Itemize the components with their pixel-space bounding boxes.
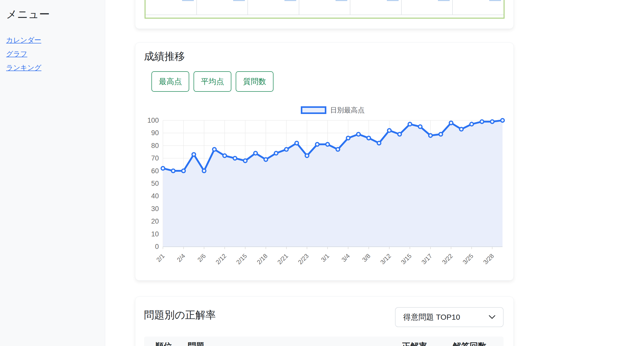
data-point-marker (182, 169, 185, 173)
data-point-marker (233, 156, 237, 160)
x-axis-tick-label: 3/12 (379, 252, 392, 266)
x-axis-tick-label: 2/4 (175, 252, 186, 263)
column-header-answer-count: 解答回数 (453, 341, 486, 346)
x-axis-tick-label: 3/8 (361, 252, 372, 263)
y-axis-tick-label: 30 (151, 205, 159, 213)
data-point-marker (470, 122, 473, 126)
score-chart: 10090807060504030201002/12/42/62/122/152… (135, 113, 514, 279)
x-axis-tick-label: 3/4 (340, 252, 351, 263)
data-point-marker (449, 121, 453, 125)
data-point-marker (460, 128, 463, 131)
chevron-down-icon (489, 315, 495, 319)
calendar-cell-link-fragment[interactable] (336, 0, 347, 1)
calendar-cell (299, 0, 351, 15)
data-point-marker (161, 167, 165, 170)
y-axis-tick-label: 90 (151, 129, 159, 137)
calendar-cell (402, 0, 453, 15)
column-header-rank: 順位 (155, 341, 172, 346)
calendar-cell-link-fragment[interactable] (284, 0, 296, 1)
y-axis-tick-label: 40 (151, 192, 159, 200)
sidebar-link-ranking[interactable]: ランキング (6, 61, 41, 75)
x-axis-tick-label: 2/18 (255, 252, 269, 266)
accuracy-table-header: 順位問題正解率解答回数 (144, 337, 504, 346)
sidebar-title: メニュー (6, 7, 99, 21)
x-axis-tick-label: 2/6 (196, 252, 207, 263)
data-point-marker (264, 158, 268, 161)
average-score-button[interactable]: 平均点 (194, 71, 231, 92)
data-point-marker (305, 154, 309, 157)
y-axis-tick-label: 60 (151, 167, 159, 175)
sidebar: メニュー カレンダーグラフランキング (0, 0, 105, 346)
y-axis-tick-label: 10 (151, 230, 159, 238)
accuracy-title: 問題別の正解率 (144, 308, 216, 322)
data-point-marker (419, 125, 422, 129)
data-point-marker (491, 120, 494, 123)
x-axis-tick-label: 2/23 (297, 252, 310, 266)
x-axis-tick-label: 3/28 (482, 252, 495, 266)
data-point-marker (501, 119, 504, 122)
score-trend-title: 成績推移 (144, 49, 185, 63)
calendar-cell (248, 0, 299, 15)
x-axis-tick-label: 2/12 (214, 252, 228, 266)
data-point-marker (367, 136, 371, 140)
data-point-marker (274, 151, 278, 155)
data-point-marker (295, 141, 299, 145)
sidebar-nav: カレンダーグラフランキング (6, 33, 99, 75)
score-trend-card: 成績推移 最高点平均点質問数 日別最高点 1009080706050403020… (135, 42, 514, 281)
data-point-marker (285, 148, 288, 151)
calendar-cell (350, 0, 402, 15)
calendar-cell-link-fragment[interactable] (489, 0, 501, 1)
data-point-marker (388, 129, 391, 132)
x-axis-tick-label: 3/15 (400, 252, 413, 266)
data-point-marker (254, 151, 257, 155)
data-point-marker (377, 141, 381, 145)
calendar-table (145, 0, 505, 19)
favorite-questions-select[interactable]: 得意問題 TOP10 (395, 307, 504, 327)
data-point-marker (480, 120, 484, 123)
calendar-cell-link-fragment[interactable] (387, 0, 399, 1)
x-axis-tick-label: 3/22 (441, 252, 454, 266)
metric-buttons: 最高点平均点質問数 (151, 71, 273, 92)
data-point-marker (346, 136, 350, 140)
column-header-question: 問題 (188, 341, 205, 346)
x-axis-tick-label: 3/17 (420, 252, 433, 266)
calendar-cell (453, 0, 504, 15)
calendar-cell-link-fragment[interactable] (182, 0, 194, 1)
data-point-marker (408, 122, 412, 126)
highest-score-button[interactable]: 最高点 (151, 71, 189, 92)
data-point-marker (202, 169, 206, 173)
data-point-marker (336, 148, 340, 151)
data-point-marker (398, 132, 401, 136)
x-axis-tick-label: 2/21 (276, 252, 289, 266)
data-point-marker (243, 159, 247, 163)
select-value: 得意問題 TOP10 (403, 312, 489, 322)
y-axis-tick-label: 0 (155, 243, 159, 250)
calendar-cell-link-fragment[interactable] (438, 0, 450, 1)
data-point-marker (192, 153, 196, 156)
accuracy-card: 問題別の正解率 得意問題 TOP10 順位問題正解率解答回数 (135, 296, 514, 346)
y-axis-tick-label: 80 (151, 142, 159, 149)
data-point-marker (429, 134, 432, 137)
calendar-row (146, 0, 504, 15)
y-axis-tick-label: 50 (151, 180, 159, 187)
data-point-marker (171, 169, 175, 173)
sidebar-link-calendar[interactable]: カレンダー (6, 33, 41, 47)
question-count-button[interactable]: 質問数 (236, 71, 273, 92)
calendar-cell (197, 0, 248, 15)
x-axis-tick-label: 3/25 (461, 252, 474, 266)
calendar-cell (146, 0, 197, 15)
x-axis-tick-label: 2/1 (155, 252, 166, 263)
data-point-marker (357, 132, 360, 136)
data-point-marker (213, 148, 216, 151)
sidebar-link-graph[interactable]: グラフ (6, 47, 27, 61)
column-header-accuracy-rate: 正解率 (402, 341, 427, 346)
x-axis-tick-label: 3/1 (320, 252, 331, 263)
y-axis-tick-label: 70 (151, 154, 159, 162)
calendar-cell-link-fragment[interactable] (233, 0, 245, 1)
calendar-card (135, 0, 514, 29)
x-axis-tick-label: 2/15 (235, 252, 248, 266)
y-axis-tick-label: 20 (151, 217, 159, 225)
data-point-marker (316, 143, 319, 146)
data-point-marker (223, 154, 226, 157)
data-point-marker (439, 132, 443, 136)
